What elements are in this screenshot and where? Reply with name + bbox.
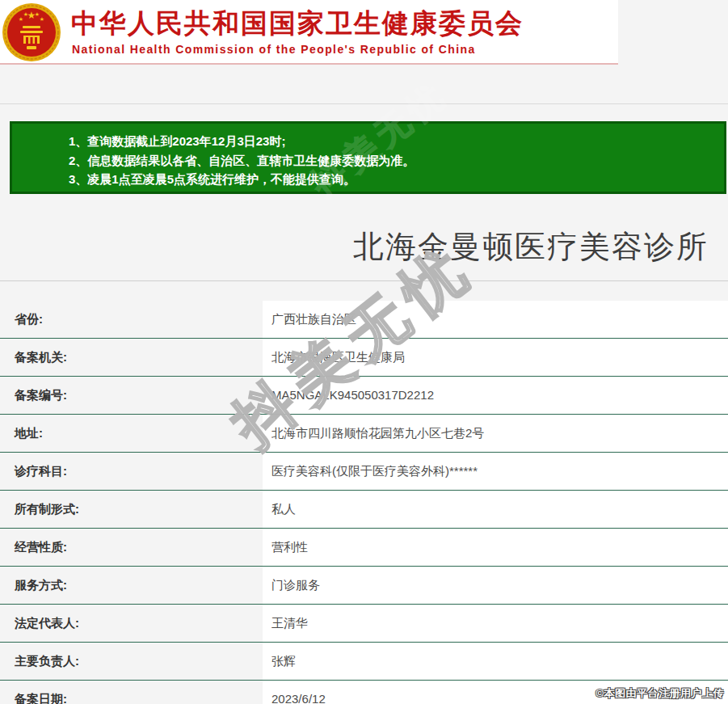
field-value: 私人 bbox=[263, 491, 728, 528]
field-label: 备案日期: bbox=[0, 681, 263, 704]
field-label: 省份: bbox=[0, 301, 263, 338]
field-label: 法定代表人: bbox=[0, 605, 263, 642]
field-label: 备案编号: bbox=[0, 377, 263, 414]
row-ownership-type: 所有制形式: 私人 bbox=[0, 491, 728, 529]
field-label: 地址: bbox=[0, 415, 263, 452]
row-province: 省份: 广西壮族自治区 bbox=[0, 301, 728, 339]
svg-text:★: ★ bbox=[40, 16, 44, 23]
national-emblem-icon: ★ ★ ★ ★ ★ bbox=[2, 2, 61, 62]
query-result-page: ★ ★ ★ ★ ★ 中华人民共和国国家卫生健康委员会 National H bbox=[0, 0, 728, 704]
notice-box: 1、查询数据截止到2023年12月3日23时; 2、信息数据结果以各省、自治区、… bbox=[10, 121, 726, 194]
notice-line: 3、凌晨1点至凌晨5点系统进行维护，不能提供查询。 bbox=[69, 170, 716, 189]
site-title-en: National Health Commission of the People… bbox=[72, 43, 476, 56]
field-value: 医疗美容科(仅限于医疗美容外科)****** bbox=[263, 453, 728, 490]
clinic-title: 北海金曼顿医疗美容诊所 bbox=[353, 229, 709, 264]
image-credit-watermark: ©本图由平台注册用户上传 bbox=[595, 686, 724, 701]
field-label: 经营性质: bbox=[0, 529, 263, 566]
row-legal-representative: 法定代表人: 王清华 bbox=[0, 605, 728, 643]
row-business-nature: 经营性质: 营利性 bbox=[0, 529, 728, 567]
field-label: 所有制形式: bbox=[0, 491, 263, 528]
header-divider bbox=[0, 103, 728, 104]
row-registration-authority: 备案机关: 北海市银海区卫生健康局 bbox=[0, 339, 728, 377]
info-table: 省份: 广西壮族自治区 备案机关: 北海市银海区卫生健康局 备案编号: MA5N… bbox=[0, 301, 728, 704]
notice-line: 1、查询数据截止到2023年12月3日23时; bbox=[69, 132, 716, 151]
field-value: MA5NGALK945050317D2212 bbox=[263, 377, 728, 414]
field-label: 服务方式: bbox=[0, 567, 263, 604]
row-service-mode: 服务方式: 门诊服务 bbox=[0, 567, 728, 605]
row-address: 地址: 北海市四川路顺怡花园第九小区七巷2号 bbox=[0, 415, 728, 453]
field-value: 广西壮族自治区 bbox=[263, 301, 728, 338]
field-value: 张辉 bbox=[263, 643, 728, 680]
row-treatment-subjects: 诊疗科目: 医疗美容科(仅限于医疗美容外科)****** bbox=[0, 453, 728, 491]
field-value: 王清华 bbox=[263, 605, 728, 642]
field-value: 北海市四川路顺怡花园第九小区七巷2号 bbox=[263, 415, 728, 452]
site-header: ★ ★ ★ ★ ★ 中华人民共和国国家卫生健康委员会 National H bbox=[0, 0, 618, 65]
field-label: 备案机关: bbox=[0, 339, 263, 376]
notice-line: 2、信息数据结果以各省、自治区、直辖市卫生健康委数据为准。 bbox=[69, 151, 716, 171]
field-label: 诊疗科目: bbox=[0, 453, 263, 490]
section-divider bbox=[0, 280, 728, 281]
row-principal: 主要负责人: 张辉 bbox=[0, 643, 728, 681]
svg-text:★: ★ bbox=[23, 11, 28, 18]
site-title-cn: 中华人民共和国国家卫生健康委员会 bbox=[71, 6, 524, 42]
row-registration-number: 备案编号: MA5NGALK945050317D2212 bbox=[0, 377, 728, 415]
field-value: 北海市银海区卫生健康局 bbox=[263, 339, 728, 376]
field-value: 门诊服务 bbox=[263, 567, 728, 604]
field-label: 主要负责人: bbox=[0, 643, 263, 680]
field-value: 营利性 bbox=[263, 529, 728, 566]
